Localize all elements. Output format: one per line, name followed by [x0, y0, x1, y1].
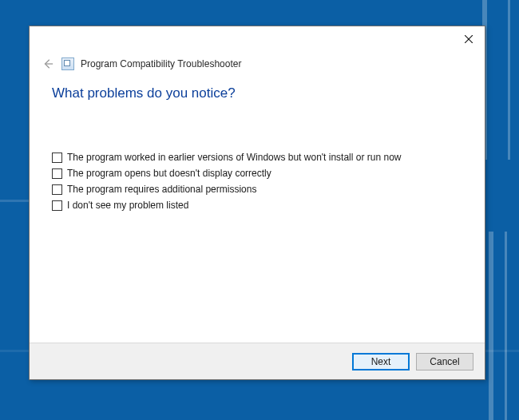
content-area: What problems do you notice? The program… — [30, 71, 485, 343]
app-icon — [61, 57, 74, 70]
troubleshooter-dialog: Program Compatibility Troubleshooter Wha… — [29, 26, 485, 380]
checkbox[interactable] — [52, 168, 62, 179]
option-display-incorrect[interactable]: The program opens but doesn't display co… — [52, 167, 462, 180]
option-label: The program requires additional permissi… — [67, 183, 256, 196]
checkbox[interactable] — [52, 153, 62, 163]
desktop-decoration — [505, 232, 507, 420]
desktop-decoration — [0, 200, 29, 202]
option-label: I don't see my problem listed — [67, 199, 188, 212]
titlebar — [30, 26, 485, 50]
option-label: The program opens but doesn't display co… — [67, 167, 271, 180]
page-heading: What problems do you notice? — [52, 85, 462, 101]
header: Program Compatibility Troubleshooter — [30, 50, 485, 71]
close-icon — [465, 35, 473, 43]
cancel-button[interactable]: Cancel — [416, 353, 473, 370]
back-button[interactable] — [41, 57, 55, 71]
checkbox[interactable] — [52, 184, 62, 195]
options-list: The program worked in earlier versions o… — [52, 151, 462, 212]
next-button[interactable]: Next — [352, 353, 410, 370]
close-button[interactable] — [461, 31, 477, 47]
app-title: Program Compatibility Troubleshooter — [81, 58, 241, 69]
desktop-decoration — [508, 0, 510, 160]
checkbox[interactable] — [52, 200, 62, 211]
desktop-decoration — [489, 232, 493, 420]
option-permissions[interactable]: The program requires additional permissi… — [52, 183, 462, 196]
option-label: The program worked in earlier versions o… — [67, 151, 401, 164]
option-not-listed[interactable]: I don't see my problem listed — [52, 199, 462, 212]
option-earlier-versions[interactable]: The program worked in earlier versions o… — [52, 151, 462, 164]
back-arrow-icon — [42, 58, 53, 69]
footer: Next Cancel — [30, 343, 485, 379]
